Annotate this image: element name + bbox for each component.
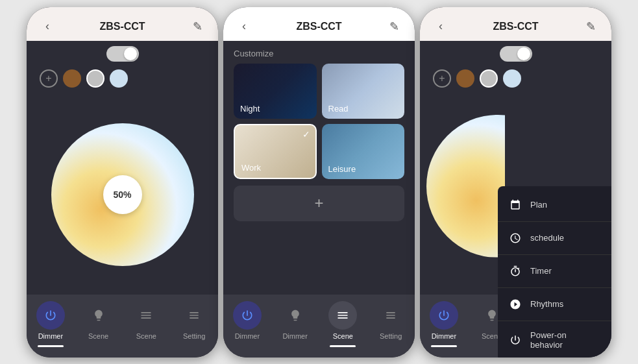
timer-icon	[508, 264, 522, 278]
menu-icon-1	[132, 301, 160, 330]
scene-work-label: Work	[241, 163, 261, 173]
phone1-body: + 50%	[27, 41, 218, 295]
phone3-body: + Plan	[420, 41, 611, 295]
preset-gray-3[interactable]	[480, 69, 498, 88]
wheel-center-value-1: 50%	[103, 175, 142, 214]
scene-card-work[interactable]: Work ✓	[234, 124, 317, 179]
nav-setting-2[interactable]: Setting	[367, 301, 415, 340]
menu-divider-3	[498, 287, 611, 288]
scene-work-check: ✓	[302, 129, 310, 140]
nav-setting-1[interactable]: Setting	[170, 301, 218, 340]
scene-night-label: Night	[240, 104, 260, 114]
menu-plan-label: Plan	[530, 200, 547, 210]
nav-dimmer-label-2b: Dimmer	[282, 332, 308, 340]
color-presets-1: +	[27, 62, 218, 95]
bulb-icon-1	[84, 301, 113, 330]
phone-3-menu: ‹ ZBS-CCT ✎ +	[420, 7, 611, 358]
menu-power-on-label: Power-on behavior	[530, 330, 601, 350]
menu-divider-1	[498, 221, 611, 222]
menu-timer[interactable]: Timer	[498, 256, 611, 286]
nav-scene-label-1: Scene	[88, 332, 108, 340]
poweron-icon	[508, 333, 522, 347]
back-button-1[interactable]: ‹	[40, 19, 55, 34]
add-preset-1[interactable]: +	[40, 69, 58, 88]
preset-blue-3[interactable]	[503, 69, 521, 88]
preset-blue-1[interactable]	[110, 69, 128, 88]
nav-scene-1[interactable]: Scene	[75, 301, 123, 340]
scene-card-night[interactable]: Night	[234, 64, 317, 119]
nav-bulb-2[interactable]: Dimmer	[271, 301, 319, 340]
color-presets-3: +	[420, 62, 611, 95]
menu-plan[interactable]: Plan	[498, 190, 611, 220]
menu-rhythms[interactable]: Rhythms	[498, 289, 611, 319]
scene-read-label: Read	[328, 104, 349, 114]
scene-icon-2	[328, 301, 357, 330]
setting-icon-2	[376, 301, 405, 330]
scene-card-leisure[interactable]: Leisure	[322, 124, 405, 179]
back-button-3[interactable]: ‹	[433, 19, 448, 34]
bottom-nav-1: Dimmer Scene Scene	[27, 295, 218, 358]
back-button-2[interactable]: ‹	[236, 19, 252, 34]
add-scene-button[interactable]: +	[234, 186, 404, 221]
nav-dimmer-label-2: Dimmer	[235, 332, 260, 340]
clock-icon	[508, 231, 522, 245]
menu-schedule-label: schedule	[530, 233, 564, 243]
nav-menu-label-1: Scene	[136, 332, 156, 340]
phone1-title: ZBS-CCT	[99, 21, 145, 32]
nav-menu-1[interactable]: Scene	[123, 301, 171, 340]
edit-button-2[interactable]: ✎	[386, 19, 402, 34]
nav-underline-3	[431, 345, 457, 347]
power-icon-1	[36, 301, 65, 330]
menu-overlay: Plan schedule	[498, 186, 611, 358]
add-preset-3[interactable]: +	[433, 69, 451, 88]
color-wheel-1[interactable]: 50%	[51, 123, 194, 266]
nav-setting-label-2: Setting	[380, 332, 402, 340]
preset-brown-1[interactable]	[63, 69, 81, 88]
nav-dimmer-label-1: Dimmer	[38, 332, 64, 340]
nav-setting-label-1: Setting	[183, 332, 205, 340]
nav-scene-label-2: Scene	[333, 332, 353, 340]
scene-card-read[interactable]: Read	[322, 64, 405, 119]
phone2-title: ZBS-CCT	[296, 21, 341, 32]
phone3-title: ZBS-CCT	[493, 21, 538, 32]
preset-brown-3[interactable]	[456, 69, 474, 88]
bottom-nav-2: Dimmer Dimmer Scene	[223, 295, 415, 358]
phone2-body: Customize Night Read Work ✓ Leisure	[223, 41, 415, 295]
setting-icon-1	[180, 301, 208, 330]
menu-power-on-behavior[interactable]: Power-on behavior	[498, 322, 611, 358]
scene-grid: Night Read Work ✓ Leisure	[223, 64, 415, 179]
phone2-header: ‹ ZBS-CCT ✎	[223, 7, 415, 41]
bulb-icon-2	[281, 301, 310, 330]
nav-underline-1	[38, 345, 64, 347]
color-wheel-container-1[interactable]: 50%	[27, 95, 218, 295]
phone1-header: ‹ ZBS-CCT ✎	[27, 7, 218, 41]
customize-label: Customize	[223, 41, 415, 64]
nav-scene-active-2[interactable]: Scene	[319, 301, 367, 347]
preset-gray-1[interactable]	[86, 69, 104, 88]
menu-timer-label: Timer	[530, 266, 552, 276]
menu-schedule[interactable]: schedule	[498, 223, 611, 253]
phone3-header: ‹ ZBS-CCT ✎	[420, 7, 611, 41]
nav-power-1[interactable]: Dimmer	[27, 301, 75, 347]
nav-underline-2	[330, 345, 356, 347]
wheel-area-3: Plan schedule	[420, 95, 611, 295]
phone-2-scene: ‹ ZBS-CCT ✎ Customize Night Read Work ✓	[223, 7, 415, 358]
menu-rhythms-label: Rhythms	[530, 299, 563, 309]
menu-divider-2	[498, 254, 611, 255]
nav-power-2[interactable]: Dimmer	[223, 301, 271, 340]
nav-power-3[interactable]: Dimmer	[420, 301, 468, 347]
power-icon-3	[430, 301, 458, 330]
plan-icon	[508, 198, 522, 212]
edit-button-1[interactable]: ✎	[190, 19, 205, 34]
power-icon-2	[233, 301, 262, 330]
rhythms-icon	[508, 297, 522, 311]
edit-button-3[interactable]: ✎	[583, 19, 598, 34]
scene-leisure-label: Leisure	[328, 164, 356, 174]
phone-1-dimmer: ‹ ZBS-CCT ✎ + 50%	[27, 7, 218, 358]
menu-divider-4	[498, 321, 611, 321]
nav-dimmer-label-3: Dimmer	[432, 332, 457, 340]
phones-container: ‹ ZBS-CCT ✎ + 50%	[20, 1, 618, 364]
